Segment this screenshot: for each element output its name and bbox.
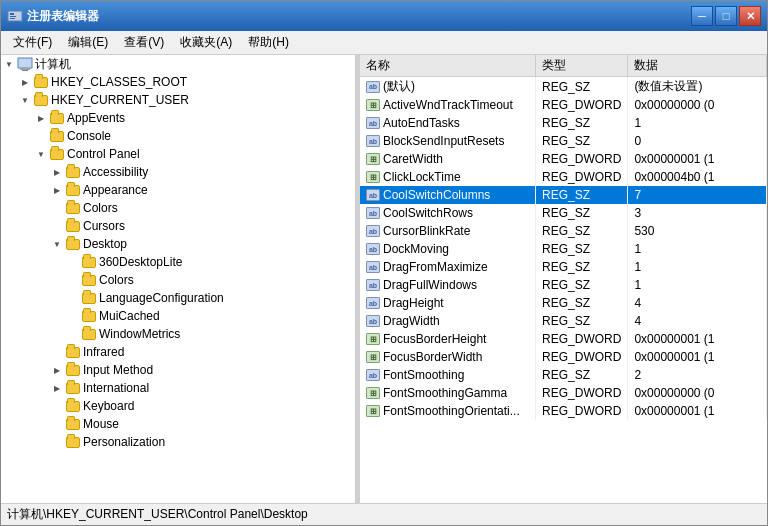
col-header-data[interactable]: 数据 — [628, 55, 767, 77]
tree-panel[interactable]: ▼计算机▶HKEY_CLASSES_ROOT▼HKEY_CURRENT_USER… — [1, 55, 356, 503]
table-row[interactable]: abDragFullWindowsREG_SZ1 — [360, 276, 767, 294]
table-row[interactable]: abDragFromMaximizeREG_SZ1 — [360, 258, 767, 276]
table-row[interactable]: ⊞FontSmoothingGammaREG_DWORD0x00000000 (… — [360, 384, 767, 402]
table-row[interactable]: abBlockSendInputResetsREG_SZ0 — [360, 132, 767, 150]
table-row[interactable]: ⊞ClickLockTimeREG_DWORD0x000004b0 (1 — [360, 168, 767, 186]
tree-item-keyboard[interactable]: Keyboard — [1, 397, 355, 415]
menu-item[interactable]: 文件(F) — [5, 32, 60, 53]
tree-label: Personalization — [83, 435, 165, 449]
tree-item-muicached[interactable]: MuiCached — [1, 307, 355, 325]
tree-label: Desktop — [83, 237, 127, 251]
tree-item-languageconfiguration[interactable]: LanguageConfiguration — [1, 289, 355, 307]
tree-item-mouse[interactable]: Mouse — [1, 415, 355, 433]
tree-item-control_panel[interactable]: ▼Control Panel — [1, 145, 355, 163]
cell-data: 530 — [628, 222, 767, 240]
menu-item[interactable]: 查看(V) — [116, 32, 172, 53]
tree-toggle[interactable] — [33, 128, 49, 144]
reg-entry-name: FontSmoothingGamma — [383, 386, 507, 400]
tree-item-input_method[interactable]: ▶Input Method — [1, 361, 355, 379]
tree-toggle[interactable] — [49, 434, 65, 450]
tree-item-colors[interactable]: Colors — [1, 199, 355, 217]
tree-item-computer[interactable]: ▼计算机 — [1, 55, 355, 73]
table-row[interactable]: abAutoEndTasksREG_SZ1 — [360, 114, 767, 132]
table-row[interactable]: abCursorBlinkRateREG_SZ530 — [360, 222, 767, 240]
tree-toggle[interactable]: ▼ — [17, 92, 33, 108]
minimize-button[interactable]: ─ — [691, 6, 713, 26]
menu-item[interactable]: 帮助(H) — [240, 32, 297, 53]
tree-item-360desktoplite[interactable]: 360DesktopLite — [1, 253, 355, 271]
tree-toggle[interactable] — [65, 290, 81, 306]
tree-toggle[interactable]: ▼ — [33, 146, 49, 162]
tree-item-accessibility[interactable]: ▶Accessibility — [1, 163, 355, 181]
tree-item-windowmetrics[interactable]: WindowMetrics — [1, 325, 355, 343]
table-row[interactable]: abDockMovingREG_SZ1 — [360, 240, 767, 258]
table-row[interactable]: ⊞FontSmoothingOrientati...REG_DWORD0x000… — [360, 402, 767, 420]
table-row[interactable]: abCoolSwitchRowsREG_SZ3 — [360, 204, 767, 222]
tree-label: MuiCached — [99, 309, 160, 323]
tree-toggle[interactable] — [65, 308, 81, 324]
tree-toggle[interactable] — [65, 254, 81, 270]
tree-item-appevents[interactable]: ▶AppEvents — [1, 109, 355, 127]
registry-table[interactable]: 名称 类型 数据 ab(默认)REG_SZ(数值未设置)⊞ActiveWndTr… — [360, 55, 767, 503]
table-row[interactable]: ab(默认)REG_SZ(数值未设置) — [360, 77, 767, 97]
tree-item-infrared[interactable]: Infrared — [1, 343, 355, 361]
table-row[interactable]: ⊞ActiveWndTrackTimeoutREG_DWORD0x0000000… — [360, 96, 767, 114]
tree-icon — [81, 326, 97, 342]
menu-item[interactable]: 收藏夹(A) — [172, 32, 240, 53]
tree-icon — [33, 74, 49, 90]
maximize-button[interactable]: □ — [715, 6, 737, 26]
tree-item-console[interactable]: Console — [1, 127, 355, 145]
tree-item-international[interactable]: ▶International — [1, 379, 355, 397]
table-row[interactable]: ⊞FocusBorderHeightREG_DWORD0x00000001 (1 — [360, 330, 767, 348]
tree-item-personalization[interactable]: Personalization — [1, 433, 355, 451]
menu-bar: 文件(F)编辑(E)查看(V)收藏夹(A)帮助(H) — [1, 31, 767, 55]
tree-toggle[interactable]: ▶ — [33, 110, 49, 126]
reg-dword-icon: ⊞ — [366, 171, 380, 183]
tree-icon — [81, 290, 97, 306]
tree-label: Console — [67, 129, 111, 143]
tree-toggle[interactable] — [49, 200, 65, 216]
reg-entry-name: CoolSwitchRows — [383, 206, 473, 220]
tree-toggle[interactable] — [65, 326, 81, 342]
tree-icon — [49, 110, 65, 126]
reg-dword-icon: ⊞ — [366, 387, 380, 399]
tree-toggle[interactable]: ▶ — [49, 380, 65, 396]
close-button[interactable]: ✕ — [739, 6, 761, 26]
title-controls: ─ □ ✕ — [691, 6, 761, 26]
tree-toggle[interactable]: ▼ — [49, 236, 65, 252]
tree-toggle[interactable] — [49, 344, 65, 360]
cell-data: 0x00000001 (1 — [628, 402, 767, 420]
cell-type: REG_SZ — [536, 312, 628, 330]
tree-toggle[interactable]: ▶ — [49, 164, 65, 180]
reg-entry-name: CoolSwitchColumns — [383, 188, 490, 202]
reg-entry-name: FontSmoothing — [383, 368, 464, 382]
table-row[interactable]: abFontSmoothingREG_SZ2 — [360, 366, 767, 384]
tree-item-hkey_current_user[interactable]: ▼HKEY_CURRENT_USER — [1, 91, 355, 109]
tree-item-hkey_classes_root[interactable]: ▶HKEY_CLASSES_ROOT — [1, 73, 355, 91]
tree-item-colors2[interactable]: Colors — [1, 271, 355, 289]
cell-type: REG_SZ — [536, 240, 628, 258]
cell-name: ⊞FocusBorderHeight — [360, 330, 536, 348]
registry-editor-window: 注册表编辑器 ─ □ ✕ 文件(F)编辑(E)查看(V)收藏夹(A)帮助(H) … — [0, 0, 768, 526]
tree-toggle[interactable] — [65, 272, 81, 288]
tree-item-appearance[interactable]: ▶Appearance — [1, 181, 355, 199]
tree-label: Colors — [83, 201, 118, 215]
table-row[interactable]: ⊞CaretWidthREG_DWORD0x00000001 (1 — [360, 150, 767, 168]
table-row[interactable]: ⊞FocusBorderWidthREG_DWORD0x00000001 (1 — [360, 348, 767, 366]
tree-item-cursors[interactable]: Cursors — [1, 217, 355, 235]
tree-item-desktop[interactable]: ▼Desktop — [1, 235, 355, 253]
col-header-type[interactable]: 类型 — [536, 55, 628, 77]
table-row[interactable]: abCoolSwitchColumnsREG_SZ7 — [360, 186, 767, 204]
tree-toggle[interactable] — [49, 416, 65, 432]
tree-toggle[interactable] — [49, 218, 65, 234]
tree-toggle[interactable]: ▼ — [1, 56, 17, 72]
tree-toggle[interactable] — [49, 398, 65, 414]
table-row[interactable]: abDragWidthREG_SZ4 — [360, 312, 767, 330]
tree-toggle[interactable]: ▶ — [49, 362, 65, 378]
reg-dword-icon: ⊞ — [366, 351, 380, 363]
menu-item[interactable]: 编辑(E) — [60, 32, 116, 53]
table-row[interactable]: abDragHeightREG_SZ4 — [360, 294, 767, 312]
tree-toggle[interactable]: ▶ — [49, 182, 65, 198]
col-header-name[interactable]: 名称 — [360, 55, 536, 77]
tree-toggle[interactable]: ▶ — [17, 74, 33, 90]
